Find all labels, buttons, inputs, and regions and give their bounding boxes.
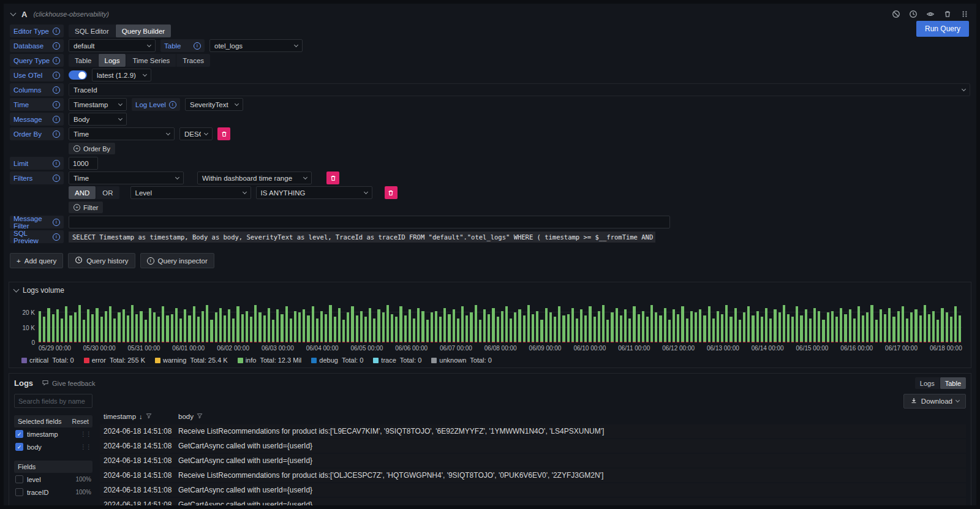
chevron-down-icon: [294, 42, 298, 47]
selected-field-item[interactable]: ✓body⋮⋮: [14, 440, 92, 453]
info-icon[interactable]: i: [53, 42, 60, 50]
volume-bar: [606, 320, 609, 342]
hide-response-icon[interactable]: [926, 10, 935, 18]
field-item[interactable]: traceID100%: [14, 486, 92, 499]
legend-item[interactable]: unknownTotal: 0: [431, 356, 492, 364]
collapse-chevron-icon[interactable]: [10, 10, 17, 17]
label-text: Filters: [13, 175, 32, 182]
query-type-logs[interactable]: Logs: [98, 54, 126, 67]
query-type-time-series[interactable]: Time Series: [126, 54, 176, 67]
query-builder-option[interactable]: Query Builder: [115, 25, 171, 37]
query-type-traces[interactable]: Traces: [176, 54, 210, 67]
drag-handle-icon[interactable]: ⋮⋮: [80, 431, 91, 437]
table-row[interactable]: 2024-06-18 14:51:08GetCartAsync called w…: [100, 498, 966, 505]
search-fields-input[interactable]: [14, 394, 92, 408]
select-value: SeverityText: [190, 101, 232, 108]
message-column-select[interactable]: Body: [69, 113, 127, 126]
info-icon[interactable]: i: [53, 130, 60, 138]
view-table-option[interactable]: Table: [940, 377, 966, 389]
legend-item[interactable]: traceTotal: 0: [373, 356, 421, 364]
volume-bar: [87, 309, 89, 342]
remove-condition-button[interactable]: [385, 186, 398, 199]
give-feedback-link[interactable]: Give feedback: [42, 379, 95, 388]
legend-label: debug: [319, 356, 338, 364]
filter-icon[interactable]: [197, 413, 203, 420]
legend-item[interactable]: warningTotal: 25.4 K: [155, 356, 228, 364]
info-icon[interactable]: i: [53, 72, 60, 79]
run-query-button[interactable]: Run Query: [916, 21, 969, 37]
filter-operator-select[interactable]: Within dashboard time range: [197, 172, 312, 184]
select-value: DESC: [184, 130, 201, 138]
add-order-by-button[interactable]: + Order By: [69, 143, 115, 154]
message-filter-input[interactable]: [69, 216, 670, 228]
info-icon[interactable]: i: [194, 42, 201, 50]
checkbox-unchecked[interactable]: [15, 488, 23, 496]
history-icon[interactable]: [909, 10, 918, 18]
view-logs-option[interactable]: Logs: [915, 377, 940, 389]
checkbox-checked[interactable]: ✓: [15, 430, 23, 438]
add-query-button[interactable]: + Add query: [10, 253, 63, 268]
reset-button[interactable]: Reset: [72, 418, 89, 425]
info-icon[interactable]: i: [53, 116, 60, 123]
drag-handle-icon[interactable]: [960, 10, 969, 18]
table-row[interactable]: 2024-06-18 14:51:08GetCartAsync called w…: [100, 454, 966, 467]
filter-icon[interactable]: [146, 413, 152, 420]
disable-query-icon[interactable]: [892, 10, 900, 18]
info-icon[interactable]: i: [169, 101, 176, 108]
body-column-header[interactable]: body: [178, 413, 962, 420]
remove-filter-button[interactable]: [326, 172, 339, 184]
info-icon[interactable]: i: [53, 233, 60, 241]
and-option[interactable]: AND: [69, 186, 96, 199]
volume-bar: [409, 309, 411, 342]
columns-multiselect[interactable]: TraceId: [69, 83, 970, 96]
info-icon[interactable]: i: [53, 160, 60, 167]
database-select[interactable]: default: [69, 39, 156, 52]
table-row[interactable]: 2024-06-18 14:51:08Receive ListRecommend…: [100, 469, 966, 482]
query-history-button[interactable]: Query history: [68, 253, 135, 268]
filter-field-select[interactable]: Time: [69, 172, 184, 184]
condition-field-select[interactable]: Level: [130, 186, 251, 199]
info-icon[interactable]: i: [53, 28, 60, 35]
condition-operator-select[interactable]: IS ANYTHING: [256, 186, 372, 199]
use-otel-switch[interactable]: [69, 70, 87, 80]
legend-item[interactable]: infoTotal: 12.3 Mil: [238, 356, 302, 364]
table-row[interactable]: 2024-06-18 14:51:08GetCartAsync called w…: [100, 439, 966, 453]
or-option[interactable]: OR: [96, 186, 119, 199]
history-icon: [75, 256, 83, 265]
table-row[interactable]: 2024-06-18 14:51:08GetCartAsync called w…: [100, 483, 966, 497]
drag-handle-icon[interactable]: ⋮⋮: [80, 443, 91, 450]
collapse-chevron-icon[interactable]: [13, 287, 20, 293]
download-button[interactable]: Download: [903, 394, 966, 409]
info-icon[interactable]: i: [53, 219, 60, 226]
legend-item[interactable]: criticalTotal: 0: [21, 356, 74, 364]
log-level-select[interactable]: SeverityText: [185, 98, 243, 111]
checkbox-unchecked[interactable]: [15, 475, 23, 483]
info-icon[interactable]: i: [53, 57, 60, 64]
query-inspector-button[interactable]: i Query inspector: [140, 253, 214, 268]
info-icon[interactable]: i: [53, 101, 60, 108]
order-by-field-select[interactable]: Time: [69, 127, 175, 140]
remove-order-by-button[interactable]: [217, 127, 230, 140]
query-type-table[interactable]: Table: [69, 54, 98, 67]
sort-desc-icon[interactable]: ↓: [139, 413, 143, 420]
remove-query-icon[interactable]: [943, 10, 952, 18]
legend-item[interactable]: errorTotal: 255 K: [84, 356, 145, 364]
timestamp-column-header[interactable]: timestamp ↓: [104, 413, 178, 420]
x-tick-label: 06/13 00:00: [707, 345, 739, 352]
order-direction-select[interactable]: DESC: [179, 127, 213, 140]
table-select[interactable]: otel_logs: [209, 39, 303, 52]
legend-item[interactable]: debugTotal: 0: [311, 356, 363, 364]
selected-field-item[interactable]: ✓timestamp⋮⋮: [14, 428, 92, 440]
time-column-select[interactable]: Timestamp: [69, 98, 127, 111]
limit-input[interactable]: [69, 157, 98, 170]
field-item[interactable]: level100%: [14, 473, 92, 486]
info-icon[interactable]: i: [53, 86, 60, 94]
message-filter-row: Message Filter i: [10, 216, 970, 228]
checkbox-checked[interactable]: ✓: [15, 443, 23, 451]
otel-version-select[interactable]: latest (1.2.9): [92, 69, 151, 81]
info-icon[interactable]: i: [53, 175, 60, 182]
selected-fields-title: Selected fields: [18, 418, 62, 425]
table-row[interactable]: 2024-06-18 14:51:08Receive ListRecommend…: [100, 424, 966, 438]
add-filter-button[interactable]: + Filter: [69, 202, 103, 213]
sql-editor-option[interactable]: SQL Editor: [69, 25, 115, 37]
